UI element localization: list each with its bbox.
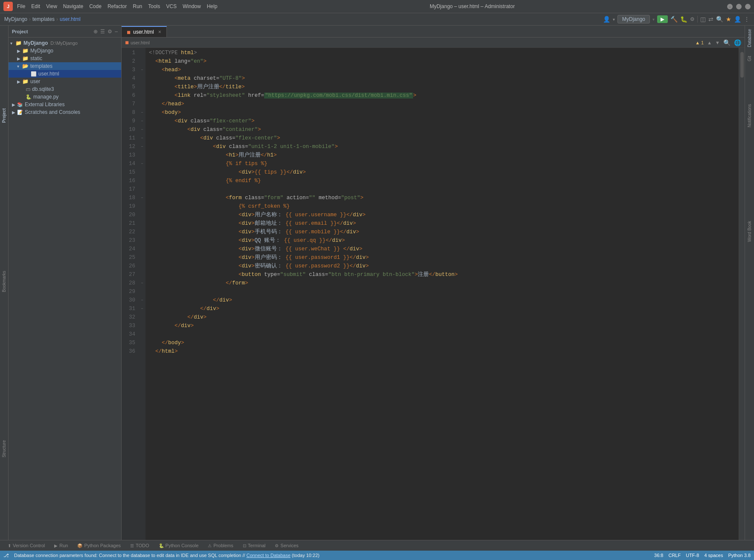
bottom-tab-packages[interactable]: 📦 Python Packages [73, 542, 125, 549]
tree-item-user[interactable]: ▶ 📁 user [9, 78, 121, 85]
avatar-icon[interactable]: 👤 [603, 16, 610, 23]
scrollbar-track[interactable] [739, 48, 745, 540]
settings-button[interactable]: ★ [726, 16, 731, 23]
project-side-label[interactable]: Project [2, 108, 6, 123]
warning-indicator[interactable]: ▲ 1 [695, 40, 704, 45]
title-bar: J File Edit View Navigate Code Refactor … [0, 0, 754, 13]
notifications-label[interactable]: Notifications [747, 104, 752, 127]
tree-item-mydjango[interactable]: ▶ 📁 MyDjango [9, 47, 121, 55]
tree-item-db[interactable]: 🗃 db.sqlite3 [9, 85, 121, 93]
tree-item-scratches[interactable]: ▶ 📝 Scratches and Consoles [9, 108, 121, 116]
fold-btn-10[interactable]: – [139, 125, 146, 134]
sidebar-settings-icon[interactable]: ⚙ [108, 29, 112, 35]
sidebar-collapse-icon[interactable]: – [115, 29, 118, 35]
connect-db-link[interactable]: Connect to Database [246, 553, 290, 558]
menu-help[interactable]: Help [207, 3, 218, 9]
menu-window[interactable]: Window [183, 3, 201, 9]
menu-file[interactable]: File [17, 3, 25, 9]
fold-btn-28[interactable]: – [139, 279, 146, 287]
tree-item-static[interactable]: ▶ 📁 static [9, 55, 121, 62]
fold-btn-31[interactable]: – [139, 305, 146, 313]
tab-close-btn[interactable]: × [158, 29, 161, 35]
status-encoding[interactable]: CRLF [668, 553, 681, 558]
menu-tools[interactable]: Tools [148, 3, 160, 9]
menu-view[interactable]: View [46, 3, 57, 9]
nav-up-icon[interactable]: ▲ [707, 40, 712, 45]
line-num: 4 [125, 74, 135, 83]
todo-icon: ☰ [130, 543, 134, 548]
menu-edit[interactable]: Edit [31, 3, 40, 9]
menu-more[interactable]: ⋮ [744, 16, 750, 23]
fold-btn-18[interactable]: – [139, 194, 146, 202]
structure-side-label[interactable]: Structure [2, 440, 6, 458]
build-button[interactable]: 🔨 [670, 16, 678, 23]
status-lang[interactable]: Python 3.8 [728, 553, 751, 558]
tree-item-userhtml[interactable]: ⬜ user.html [9, 70, 121, 78]
fold-btn-3[interactable]: – [139, 66, 146, 74]
bottom-tab-todo[interactable]: ☰ TODO [126, 542, 154, 549]
translate-button[interactable]: ⇄ [708, 16, 713, 23]
tab-userhtml[interactable]: ◼ user.html × [122, 26, 167, 37]
scrollbar-thumb[interactable] [740, 52, 744, 78]
code-line-17 [149, 185, 739, 194]
fold-btn-9[interactable]: – [139, 117, 146, 125]
run-config-button[interactable]: ⚙ [690, 16, 695, 22]
tree-item-external[interactable]: ▶ 📚 External Libraries [9, 101, 121, 108]
bottom-tab-run[interactable]: ▶ Run [50, 542, 72, 549]
fold-btn-12[interactable]: – [139, 142, 146, 151]
window-close[interactable] [745, 4, 751, 9]
database-panel-label[interactable]: Database [747, 29, 752, 47]
code-line-28: </form> [149, 279, 739, 287]
menu-bar[interactable]: File Edit View Navigate Code Refactor Ru… [17, 3, 217, 9]
code-line-14: {% if tips %} [149, 160, 739, 168]
bottom-tab-pyconsole[interactable]: 🐍 Python Console [154, 542, 203, 549]
fold-btn-8[interactable]: – [139, 108, 146, 117]
status-git-icon[interactable]: ⎇ [3, 553, 9, 558]
breadcrumb-project[interactable]: MyDjango [4, 16, 27, 22]
window-maximize[interactable] [736, 4, 742, 9]
wordbook-label[interactable]: Word Book [747, 221, 752, 242]
tree-root-name: MyDjango [23, 40, 48, 46]
sidebar-header: Project ⊕ ☰ ⚙ – [9, 26, 121, 38]
bottom-tab-vcs[interactable]: ⬆ Version Control [3, 542, 49, 549]
fold-btn-11[interactable]: – [139, 134, 146, 142]
bottom-tab-services[interactable]: ⚙ Services [271, 542, 303, 549]
nav-down-icon[interactable]: ▼ [715, 40, 720, 45]
menu-refactor[interactable]: Refactor [108, 3, 127, 9]
breadcrumb-templates[interactable]: templates [32, 16, 55, 22]
tab-label: user.html [133, 29, 154, 35]
fold-btn-30[interactable]: – [139, 296, 146, 305]
menu-navigate[interactable]: Navigate [63, 3, 83, 9]
code-content[interactable]: <!DOCTYPE html> <html lang="en"> <head> … [146, 48, 739, 540]
bookmarks-side-label[interactable]: Bookmarks [2, 271, 6, 292]
menu-vcs[interactable]: VCS [166, 3, 177, 9]
tree-item-managepy[interactable]: 🐍 manage.py [9, 93, 121, 101]
status-position[interactable]: 36:8 [654, 553, 663, 558]
dropdown-icon[interactable]: ▾ [613, 17, 615, 22]
run-button[interactable]: ▶ [657, 15, 668, 23]
status-indent[interactable]: 4 spaces [704, 553, 723, 558]
tree-item-root[interactable]: ▾ 📁 MyDjango D:\MyDjango [9, 39, 121, 47]
bottom-tab-terminal[interactable]: ⊡ Terminal [239, 542, 270, 549]
menu-run[interactable]: Run [133, 3, 142, 9]
menu-code[interactable]: Code [89, 3, 102, 9]
tree-item-templates[interactable]: ▾ 📂 templates [9, 62, 121, 70]
editor-breadcrumb: ◼ user.html [125, 40, 150, 45]
search-everywhere-button[interactable]: 🔍 [716, 16, 723, 23]
browser-icon-1[interactable]: 🔍 [723, 39, 731, 46]
sidebar-sync-icon[interactable]: ⊕ [93, 29, 98, 35]
bottom-tab-problems[interactable]: ⚠ Problems [204, 542, 237, 549]
line-num: 31 [125, 305, 135, 313]
debug-button[interactable]: 🐛 [680, 16, 687, 23]
breadcrumb-file[interactable]: user.html [60, 16, 81, 22]
tab-file-icon: ◼ [127, 29, 131, 35]
git-panel-label[interactable]: Git [747, 56, 752, 61]
more-button[interactable]: 👤 [734, 16, 741, 23]
browser-icon-2[interactable]: 🌐 [734, 39, 741, 46]
window-minimize[interactable]: – [727, 4, 733, 9]
sidebar-filter-icon[interactable]: ☰ [100, 29, 105, 35]
status-charset[interactable]: UTF-8 [686, 553, 699, 558]
fold-btn-14[interactable]: – [139, 160, 146, 168]
fold-gutter: – – – – – – – – [139, 48, 146, 540]
project-selector[interactable]: MyDjango [617, 15, 650, 23]
